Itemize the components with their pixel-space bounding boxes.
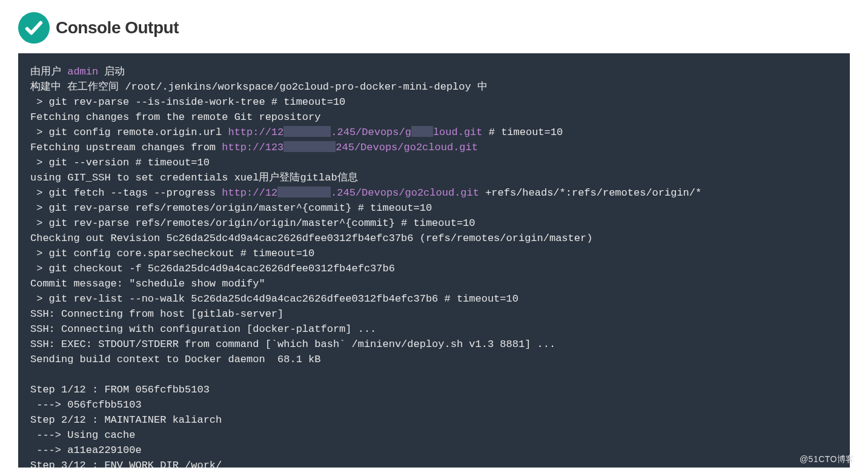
- user-link[interactable]: admin: [67, 66, 98, 78]
- redacted-text: [283, 126, 331, 137]
- log-line: Fetching changes from the remote Git rep…: [30, 111, 320, 123]
- log-line: Sending build context to Docker daemon 6…: [30, 354, 320, 365]
- log-line: > git --version # timeout=10: [30, 157, 210, 168]
- log-line: Step 1/12 : FROM 056fcfbb5103: [30, 384, 210, 395]
- log-line: > git rev-parse refs/remotes/origin/orig…: [30, 217, 475, 229]
- log-line: SSH: Connecting with configuration [dock…: [30, 323, 376, 335]
- url-link[interactable]: http://12.245/Devops/go2cloud.git: [222, 187, 479, 199]
- redacted-text: [283, 141, 336, 152]
- url-link[interactable]: http://12.245/Devops/gloud.git: [228, 127, 482, 138]
- log-line: > git checkout -f 5c26da25dc4d9a4cac2626…: [30, 263, 395, 274]
- log-line: ---> Using cache: [30, 429, 135, 441]
- log-line: SSH: Connecting from host [gitlab-server…: [30, 308, 283, 320]
- redacted-text: [277, 187, 331, 197]
- log-line: Commit message: "schedule show modify": [30, 278, 265, 289]
- log-line: > git fetch --tags --progress: [30, 187, 222, 199]
- log-line: using GIT_SSH to set credentials xuel用户登…: [30, 172, 358, 183]
- log-line: 由用户: [30, 66, 67, 78]
- log-line: # timeout=10: [483, 127, 563, 138]
- log-line: 构建中 在工作空间 /root/.jenkins/workspace/go2cl…: [30, 81, 488, 93]
- log-line: Checking out Revision 5c26da25dc4d9a4cac…: [30, 233, 592, 244]
- log-line: > git config core.sparsecheckout # timeo…: [30, 248, 314, 259]
- log-line: > git rev-list --no-walk 5c26da25dc4d9a4…: [30, 293, 518, 305]
- log-line: 启动: [98, 66, 125, 78]
- redacted-text: [411, 126, 433, 137]
- page-title: Console Output: [56, 18, 179, 38]
- page-header: Console Output: [0, 0, 868, 53]
- watermark: @51CTO博客: [800, 454, 855, 465]
- log-line: ---> a11ea229100e: [30, 445, 142, 456]
- log-line: Step 2/12 : MAINTAINER kaliarch: [30, 414, 222, 426]
- log-line: ---> 056fcfbb5103: [30, 399, 142, 411]
- log-line: SSH: EXEC: STDOUT/STDERR from command [`…: [30, 339, 555, 350]
- log-line: Step 3/12 : ENV WORK_DIR /work/: [30, 460, 222, 468]
- log-line: > git rev-parse refs/remotes/origin/mast…: [30, 202, 432, 214]
- url-link[interactable]: http://123245/Devops/go2cloud.git: [222, 142, 478, 153]
- console-output: 由用户 admin 启动 构建中 在工作空间 /root/.jenkins/wo…: [18, 53, 850, 468]
- status-success-icon: [18, 12, 50, 44]
- log-line: > git rev-parse --is-inside-work-tree # …: [30, 96, 345, 108]
- log-line: +refs/heads/*:refs/remotes/origin/*: [479, 187, 701, 199]
- log-line: Fetching upstream changes from: [30, 142, 222, 153]
- log-line: > git config remote.origin.url: [30, 127, 228, 138]
